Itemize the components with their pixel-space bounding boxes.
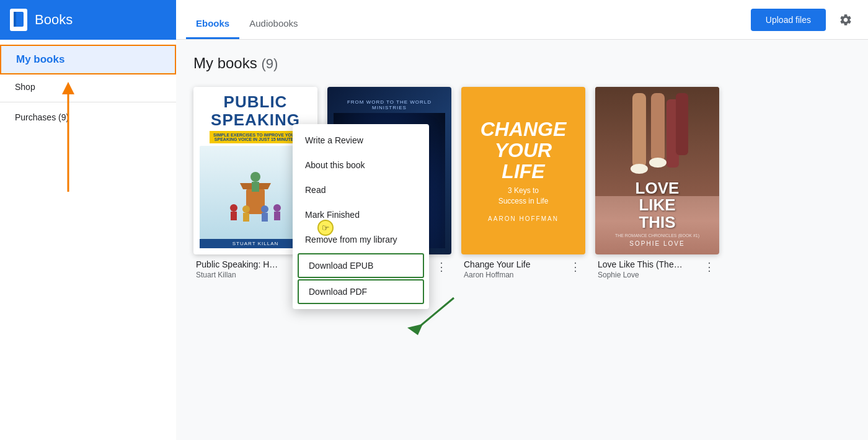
book-card-public-speaking: PUBLICSPEAKING SIMPLE EXERCISES TO IMPRO… (193, 87, 317, 279)
context-menu-remove-library[interactable]: Remove from my library (293, 227, 429, 252)
tab-ebooks[interactable]: Ebooks (186, 0, 239, 39)
book-menu-button-bible-study[interactable]: ⋮ (434, 259, 449, 274)
logo-book-icon (10, 9, 27, 31)
main-layout: My books Shop Purchases (9) My books (9)… (0, 40, 868, 440)
sidebar-item-purchases[interactable]: Purchases (9) (0, 105, 176, 130)
context-menu-read[interactable]: Read (293, 177, 429, 202)
book-menu-button-love-like-this[interactable]: ⋮ (702, 259, 717, 274)
book-card-change-life: CHANGEYOURLIFE 3 Keys toSuccess in Life … (461, 87, 585, 279)
book-cover-change-life[interactable]: CHANGEYOURLIFE 3 Keys toSuccess in Life … (461, 87, 585, 254)
book-menu-button-change-life[interactable]: ⋮ (568, 259, 583, 274)
book-info-change-life: Change Your Life Aaron Hoffman ⋮ (461, 254, 585, 279)
svg-point-20 (631, 164, 648, 174)
svg-point-14 (273, 204, 281, 212)
books-grid: PUBLICSPEAKING SIMPLE EXERCISES TO IMPRO… (193, 87, 851, 279)
content-area: My books (9) PUBLICSPEAKING SIMPLE EXERC… (176, 40, 868, 440)
svg-point-12 (261, 205, 268, 213)
app-title: Books (35, 12, 73, 28)
svg-point-8 (230, 204, 237, 212)
context-menu: Write a Review About this book Read Mark… (293, 124, 429, 309)
svg-marker-17 (407, 324, 423, 335)
gear-icon (839, 13, 852, 27)
book-info-love-like-this: Love Like This (The… Sophie Love ⋮ (595, 254, 719, 279)
book-author: Aaron Hoffman (464, 271, 568, 279)
settings-button[interactable] (833, 7, 858, 32)
context-menu-write-review[interactable]: Write a Review (293, 128, 429, 153)
svg-rect-15 (274, 212, 280, 220)
top-navigation: Books Ebooks Audiobooks Upload files (0, 0, 868, 40)
header-actions: Upload files (741, 0, 868, 40)
book-title: Love Like This (The… (598, 259, 697, 269)
context-menu-download-pdf[interactable]: Download PDF (298, 279, 424, 304)
upload-files-button[interactable]: Upload files (751, 9, 826, 31)
context-menu-mark-finished[interactable]: Mark Finished (293, 202, 429, 227)
book-author: Stuart Killan (196, 271, 300, 279)
sidebar-divider (0, 102, 176, 102)
app-logo: Books (0, 0, 176, 40)
svg-rect-7 (252, 182, 259, 192)
svg-rect-1 (14, 12, 16, 27)
svg-point-10 (242, 205, 250, 213)
book-card-love-like-this: LOVELIKETHIS THE ROMANCE CHRONICLES (BOO… (595, 87, 719, 279)
sidebar-item-my-books[interactable]: My books (0, 45, 176, 74)
page-title: My books (9) (193, 55, 851, 72)
book-title: Public Speaking: H… (196, 259, 295, 269)
svg-rect-11 (243, 213, 249, 222)
svg-rect-13 (262, 213, 268, 222)
svg-point-6 (250, 172, 260, 182)
svg-point-21 (649, 158, 666, 168)
context-menu-about-book[interactable]: About this book (293, 153, 429, 177)
tab-bar: Ebooks Audiobooks (176, 0, 741, 40)
sidebar-item-shop[interactable]: Shop (0, 74, 176, 99)
svg-rect-19 (651, 93, 665, 161)
book-cover-love-like-this[interactable]: LOVELIKETHIS THE ROMANCE CHRONICLES (BOO… (595, 87, 719, 254)
context-menu-download-epub[interactable]: Download EPUB (298, 253, 424, 278)
svg-rect-23 (676, 93, 688, 155)
svg-rect-18 (632, 93, 646, 168)
sidebar: My books Shop Purchases (9) (0, 40, 176, 440)
svg-rect-9 (231, 212, 237, 220)
tab-audiobooks[interactable]: Audiobooks (239, 0, 308, 39)
book-title: Change Your Life (464, 259, 563, 269)
book-author: Sophie Love (598, 271, 702, 279)
